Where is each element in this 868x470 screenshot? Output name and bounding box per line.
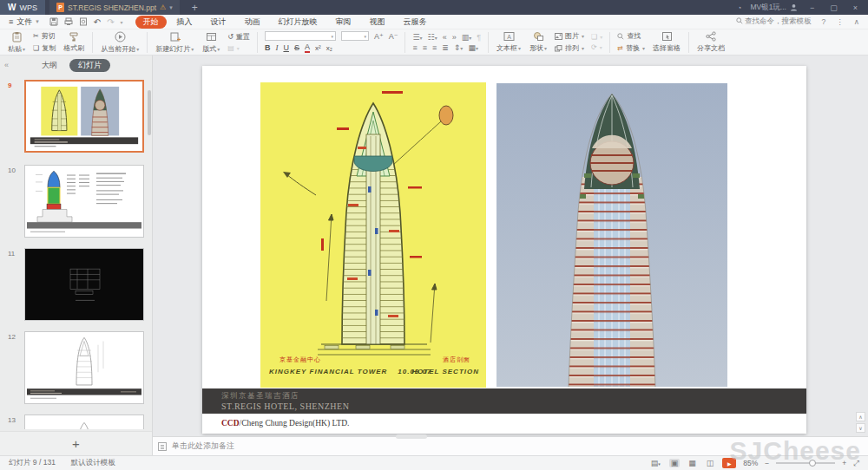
tower-render-image[interactable] — [496, 83, 727, 387]
tab-outline[interactable]: 大纲 — [42, 60, 57, 71]
font-family-select[interactable]: ▾ — [265, 31, 336, 41]
document-warning-icon[interactable]: ⚠ — [160, 3, 166, 11]
qat-customize-caret[interactable]: ▾ — [121, 19, 123, 25]
tab-slideshow[interactable]: 幻灯片放映 — [271, 16, 326, 29]
command-search[interactable]: 查找命令，搜索模板 — [736, 16, 812, 27]
zoom-slider-knob[interactable] — [809, 460, 816, 467]
slide-canvas[interactable]: 京基金融中心 KINGKEY FINANCIAL TOWER10.09.07 酒… — [202, 66, 806, 434]
zoom-out-button[interactable]: − — [765, 459, 769, 467]
play-from-current-button[interactable]: 从当前开始▾ — [96, 30, 143, 55]
new-slide-button[interactable]: 新建幻灯片▾ — [151, 30, 198, 55]
fit-to-window-icon[interactable]: ⤢ — [853, 459, 859, 468]
slide-thumbnail-10[interactable] — [24, 165, 144, 238]
decrease-font-icon[interactable]: A⁻ — [389, 32, 398, 41]
reading-view-icon[interactable]: ◫ — [705, 459, 716, 467]
file-menu-button[interactable]: ≡ 文件 ▾ — [0, 16, 44, 28]
zoom-in-button[interactable]: + — [842, 459, 846, 467]
tab-dropdown-caret[interactable]: ▾ — [169, 4, 173, 11]
slideshow-play-button[interactable]: ▶ — [722, 458, 736, 468]
cut-button[interactable]: ✂剪切 — [33, 31, 56, 41]
zoom-level-label[interactable]: 85% — [743, 459, 758, 467]
decrease-indent-icon[interactable]: « — [443, 33, 447, 42]
collapse-ribbon-icon[interactable]: ∧ — [854, 17, 859, 26]
textbox-button[interactable]: A 文本框▾ — [492, 30, 525, 55]
bold-button[interactable]: B — [265, 43, 271, 52]
panel-scrollbar[interactable] — [148, 90, 151, 135]
more-options-icon[interactable]: ⋮ — [836, 17, 844, 26]
format-painter-button[interactable]: 格式刷 — [59, 30, 89, 55]
slide-sorter-view-icon[interactable]: ▦ — [687, 459, 698, 467]
font-size-select[interactable]: ▾ — [341, 31, 369, 41]
justify-icon[interactable]: ≣ — [442, 43, 449, 52]
save-icon[interactable] — [49, 17, 58, 26]
design-credit[interactable]: CCD/Cheng Chung Design(HK) LTD. — [221, 419, 349, 428]
section-button[interactable]: ▤▾ — [227, 44, 250, 52]
normal-view-icon[interactable]: ▣ — [669, 459, 681, 467]
redo-icon[interactable]: ↷ — [107, 17, 114, 27]
zoom-slider[interactable] — [776, 462, 835, 464]
slide-thumbnail-13[interactable] — [24, 415, 144, 429]
help-icon[interactable]: ? — [822, 17, 826, 26]
paragraph-settings-icon[interactable]: ¶ — [477, 33, 481, 42]
section-diagram-image[interactable]: 京基金融中心 KINGKEY FINANCIAL TOWER10.09.07 酒… — [260, 82, 486, 388]
tab-design[interactable]: 设计 — [203, 16, 234, 29]
print-preview-icon[interactable] — [79, 17, 88, 26]
minimize-button[interactable]: − — [806, 3, 818, 12]
italic-button[interactable]: I — [275, 43, 278, 52]
numbering-icon[interactable]: ☷▾ — [428, 33, 437, 42]
notes-toggle-icon[interactable]: ▤▾ — [649, 459, 662, 467]
align-right-icon[interactable]: ≡ — [432, 43, 437, 52]
underline-button[interactable]: U — [283, 43, 289, 52]
slide-thumbnail-9[interactable] — [24, 80, 144, 153]
superscript-button[interactable]: x² — [315, 44, 321, 52]
notes-splitter-handle[interactable] — [396, 434, 427, 439]
tab-review[interactable]: 审阅 — [328, 16, 359, 29]
slide-thumbnail-11[interactable] — [24, 248, 144, 321]
increase-font-icon[interactable]: A⁺ — [374, 32, 384, 41]
increase-indent-icon[interactable]: » — [452, 33, 457, 42]
strikethrough-button[interactable]: S — [294, 43, 299, 52]
document-tab[interactable]: P ST.REGIS SHENZHEN.ppt ⚠ ▾ — [49, 0, 180, 15]
shapes-button[interactable]: 形状▾ — [525, 30, 551, 55]
align-left-icon[interactable]: ≡ — [412, 43, 417, 52]
align-center-icon[interactable]: ≡ — [423, 43, 427, 52]
tab-home[interactable]: 开始 — [135, 16, 167, 29]
columns-icon[interactable]: ▦▾ — [468, 43, 478, 52]
arrange-button[interactable]: 排列▾ — [555, 43, 584, 53]
tab-animation[interactable]: 动画 — [237, 16, 268, 29]
previous-slide-button[interactable]: ∧ — [856, 412, 865, 421]
wps-logo[interactable]: W WPS — [0, 0, 45, 15]
find-button[interactable]: 查找 — [617, 31, 645, 41]
add-slide-button[interactable]: + — [0, 431, 152, 455]
tab-insert[interactable]: 插入 — [169, 16, 201, 29]
picture-button[interactable]: 图片▾ — [555, 31, 584, 41]
copy-button[interactable]: ❏复制 — [33, 43, 56, 53]
next-slide-button[interactable]: ∨ — [856, 423, 865, 433]
user-account[interactable]: MV银1玩... — [750, 3, 798, 13]
tab-slides[interactable]: 幻灯片 — [69, 59, 110, 72]
share-document-button[interactable]: 分享文档 — [693, 30, 729, 55]
template-name[interactable]: 默认设计模板 — [71, 458, 115, 468]
reset-button[interactable]: ↺重置 — [227, 32, 250, 42]
replace-button[interactable]: ⇄替换▾ — [617, 43, 645, 53]
layout-button[interactable]: 版式▾ — [198, 30, 224, 55]
skin-theme-icon[interactable]: ◔ — [737, 3, 741, 12]
print-icon[interactable] — [64, 17, 73, 26]
subscript-button[interactable]: x₂ — [326, 44, 332, 52]
font-color-button[interactable]: A — [305, 42, 310, 53]
close-button[interactable]: × — [850, 3, 861, 12]
restore-button[interactable]: ▢ — [826, 3, 841, 12]
slide-footer-band[interactable]: 深圳京基圣瑞吉酒店 ST.REGIS HOTEL, SHENZHEN — [202, 388, 806, 414]
undo-icon[interactable]: ↶ — [94, 17, 101, 27]
slide-thumbnail-12[interactable] — [24, 331, 144, 404]
collapse-panel-icon[interactable]: « — [4, 61, 9, 69]
tab-view[interactable]: 视图 — [362, 16, 393, 29]
text-direction-icon[interactable]: ▥▾ — [462, 33, 472, 42]
notes-area[interactable]: 单击此处添加备注 — [153, 436, 868, 455]
bullets-icon[interactable]: ☰▾ — [412, 33, 422, 42]
line-spacing-icon[interactable]: ⇕▾ — [454, 43, 464, 52]
tab-cloud[interactable]: 云服务 — [396, 16, 435, 29]
new-tab-button[interactable]: + — [187, 2, 203, 14]
paste-button[interactable]: 粘贴▾ — [3, 30, 30, 55]
selection-pane-button[interactable]: 选择窗格 — [648, 30, 685, 55]
